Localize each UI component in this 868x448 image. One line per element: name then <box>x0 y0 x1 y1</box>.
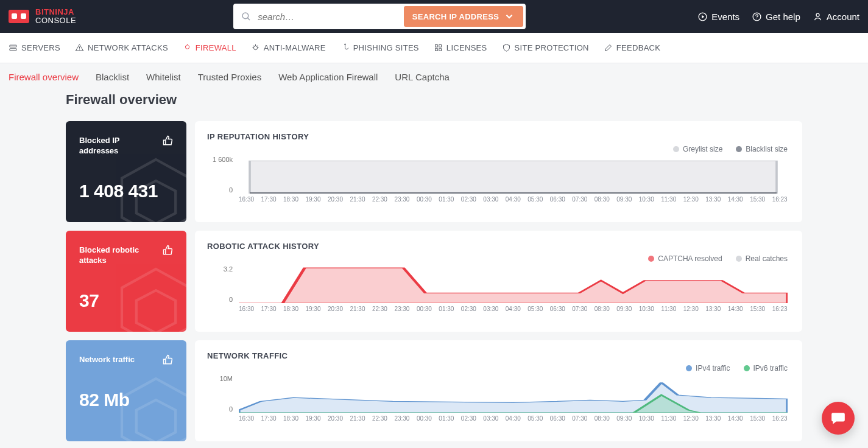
x-tick: 21:30 <box>350 306 365 318</box>
search-bar: SEARCH IP ADDRESS <box>233 4 526 29</box>
shield-icon <box>502 43 511 52</box>
plot-robotic[interactable]: 3.2 0 16:3017:3018:3019:3020:3021:3022:3… <box>239 265 788 318</box>
stat-blocked-robotic[interactable]: Blocked robotic attacks 37 <box>66 231 186 332</box>
servers-icon <box>9 43 18 52</box>
page-title: Firewall overview <box>66 92 802 108</box>
x-tick: 04:30 <box>506 415 521 427</box>
legend-swatch-grey <box>736 256 742 262</box>
tab-url-captcha[interactable]: URL Captcha <box>395 72 450 82</box>
x-tick: 09:30 <box>616 196 632 208</box>
tab-waf[interactable]: Web Application Firewall <box>278 72 378 82</box>
nav-phishing[interactable]: PHISHING SITES <box>340 43 419 52</box>
x-tick: 06:30 <box>550 196 565 208</box>
svg-rect-19 <box>439 45 442 47</box>
tab-whitelist[interactable]: Whitelist <box>146 72 181 82</box>
x-tick: 16:30 <box>239 306 254 318</box>
nav-site-protection-label: SITE PROTECTION <box>515 43 589 52</box>
chart-ip-reputation: IP REPUTATION HISTORY Greylist size Blac… <box>195 121 802 222</box>
x-tick: 16:23 <box>772 306 788 318</box>
nav-servers[interactable]: SERVERS <box>9 43 60 52</box>
nav-account[interactable]: Account <box>813 12 859 22</box>
x-tick: 04:30 <box>506 196 521 208</box>
edit-icon <box>604 43 613 52</box>
chart-traffic-legend: IPv4 traffic IPv6 traffic <box>207 364 788 373</box>
x-tick: 01:30 <box>439 415 454 427</box>
x-tick: 19:30 <box>305 196 320 208</box>
brand-mark-icon <box>9 10 29 23</box>
x-tick: 04:30 <box>506 306 521 318</box>
svg-rect-20 <box>435 49 437 51</box>
main-content: Firewall overview Blocked IP addresses 1… <box>0 92 868 448</box>
legend-swatch-red <box>648 256 654 262</box>
x-tick: 18:30 <box>283 196 298 208</box>
x-tick: 19:30 <box>305 415 320 427</box>
chat-fab[interactable] <box>822 402 855 435</box>
brand-logo[interactable]: BITNINJA CONSOLE <box>9 8 76 24</box>
nav-feedback[interactable]: FEEDBACK <box>604 43 660 52</box>
stat-blocked-ip-label: Blocked IP addresses <box>79 136 158 156</box>
thumbs-up-icon <box>162 244 174 256</box>
x-tick: 01:30 <box>439 196 454 208</box>
nav-get-help[interactable]: Get help <box>752 12 800 22</box>
x-tick: 14:30 <box>728 196 743 208</box>
brand-name-top: BITNINJA <box>35 8 76 16</box>
x-tick: 15:30 <box>750 415 765 427</box>
chevron-down-icon <box>504 11 515 22</box>
x-tick: 03:30 <box>483 415 498 427</box>
legend-item[interactable]: Real catches <box>736 254 788 263</box>
legend-item[interactable]: Greylist size <box>673 145 722 153</box>
plot-traffic[interactable]: 10M 0 16:3017:3018:3019:3020:3021:3022:3… <box>239 375 788 427</box>
thumbs-up-icon <box>162 135 174 147</box>
nav-anti-malware[interactable]: ANTI-MALWARE <box>251 43 326 52</box>
x-tick: 18:30 <box>283 415 298 427</box>
x-tick: 05:30 <box>528 196 543 208</box>
plot-ip-reputation[interactable]: 1 600k 0 16:3017:3018:3019:3020:3021:302… <box>239 156 788 208</box>
nav-site-protection[interactable]: SITE PROTECTION <box>502 43 589 52</box>
x-tick: 06:30 <box>550 415 565 427</box>
x-tick: 01:30 <box>439 306 454 318</box>
brand-text: BITNINJA CONSOLE <box>35 8 76 24</box>
tab-blacklist[interactable]: Blacklist <box>96 72 129 82</box>
tab-trusted-proxies[interactable]: Trusted Proxies <box>198 72 261 82</box>
x-tick: 23:30 <box>394 415 409 427</box>
nav-firewall[interactable]: FIREWALL <box>183 43 236 52</box>
x-tick: 15:30 <box>750 306 765 318</box>
svg-point-5 <box>757 18 757 19</box>
legend-item[interactable]: Blacklist size <box>736 145 788 153</box>
nav-licenses[interactable]: LICENSES <box>434 43 487 52</box>
grid-icon <box>434 43 443 52</box>
x-tick: 12:30 <box>683 306 699 318</box>
x-tick: 19:30 <box>305 306 320 318</box>
x-tick: 09:30 <box>616 306 632 318</box>
chart-ip-reputation-legend: Greylist size Blacklist size <box>207 145 788 153</box>
stat-network-traffic[interactable]: Network traffic 82 Mb <box>66 340 186 441</box>
nav-network-attacks-label: NETWORK ATTACKS <box>88 43 168 52</box>
chart-svg <box>239 156 788 194</box>
x-tick: 22:30 <box>372 196 387 208</box>
nav-network-attacks[interactable]: NETWORK ATTACKS <box>75 43 168 52</box>
x-axis: 16:3017:3018:3019:3020:3021:3022:3023:30… <box>239 196 788 208</box>
x-tick: 20:30 <box>328 415 343 427</box>
x-tick: 16:23 <box>772 196 788 208</box>
row-robotic: Blocked robotic attacks 37 ROBOTIC ATTAC… <box>66 231 802 332</box>
svg-point-6 <box>816 13 819 16</box>
nav-anti-malware-label: ANTI-MALWARE <box>264 43 326 52</box>
chart-svg <box>239 265 788 303</box>
legend-item[interactable]: CAPTCHA resolved <box>648 254 722 263</box>
search-ip-button[interactable]: SEARCH IP ADDRESS <box>404 6 523 27</box>
x-tick: 11:30 <box>661 415 676 427</box>
primary-nav: SERVERS NETWORK ATTACKS FIREWALL ANTI-MA… <box>0 33 868 63</box>
tab-overview[interactable]: Firewall overview <box>9 72 79 82</box>
svg-line-1 <box>248 18 250 20</box>
nav-events[interactable]: Events <box>697 12 739 22</box>
svg-rect-21 <box>439 49 442 51</box>
brand-name-bottom: CONSOLE <box>35 16 76 25</box>
stat-blocked-ip[interactable]: Blocked IP addresses 1 408 431 <box>66 121 186 222</box>
search-input[interactable] <box>252 8 404 26</box>
x-tick: 22:30 <box>372 306 387 318</box>
legend-item[interactable]: IPv6 traffic <box>744 364 788 373</box>
x-tick: 07:30 <box>572 415 587 427</box>
thumbs-up-icon <box>162 354 174 366</box>
x-tick: 02:30 <box>461 306 476 318</box>
legend-item[interactable]: IPv4 traffic <box>686 364 730 373</box>
